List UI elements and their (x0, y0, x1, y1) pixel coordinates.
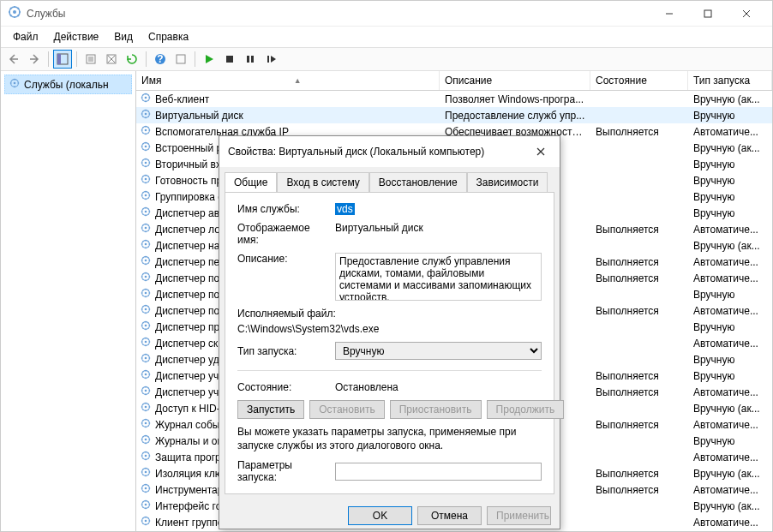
gear-icon (140, 401, 152, 415)
service-desc-cell: Позволяет Windows-програ... (440, 93, 590, 105)
svg-point-27 (145, 129, 147, 132)
refresh-button[interactable] (123, 50, 141, 69)
service-state-cell: Выполняется (590, 126, 688, 138)
service-state-cell: Выполняется (590, 272, 688, 284)
service-start-cell: Автоматиче... (688, 256, 772, 268)
gear-icon (140, 92, 152, 106)
menubar: Файл Действие Вид Справка (1, 27, 772, 47)
dialog-close-button[interactable] (530, 141, 551, 162)
svg-rect-3 (704, 10, 711, 17)
service-start-cell: Автоматиче... (688, 224, 772, 236)
service-start-cell: Вручную (ак... (688, 142, 772, 154)
value-service-name[interactable]: vds (335, 203, 355, 215)
table-row[interactable]: Виртуальный дискПредоставление служб упр… (136, 107, 772, 123)
maximize-button[interactable] (688, 1, 727, 27)
gear-icon (140, 189, 152, 204)
svg-point-35 (145, 194, 147, 197)
pause-service-button[interactable] (241, 50, 260, 69)
tree-root-services[interactable]: Службы (локальн (4, 75, 132, 94)
properties-button[interactable] (81, 50, 100, 69)
gear-icon (140, 157, 152, 171)
svg-point-59 (145, 390, 147, 392)
table-row[interactable]: Веб-клиентПозволяет Windows-програ...Вру… (136, 91, 772, 107)
header-startup[interactable]: Тип запуска (688, 71, 772, 90)
tab-general[interactable]: Общие (225, 172, 277, 192)
start-service-button[interactable] (200, 50, 219, 69)
service-start-cell: Вручную (ак... (688, 468, 772, 480)
tab-recovery[interactable]: Восстановление (369, 172, 467, 192)
svg-point-1 (13, 10, 16, 14)
restart-service-button[interactable] (261, 50, 280, 69)
tab-dependencies[interactable]: Зависимости (467, 172, 548, 192)
service-start-cell: Вручную (688, 321, 772, 333)
menu-help[interactable]: Справка (141, 28, 195, 45)
input-start-params[interactable] (335, 463, 542, 481)
service-state-cell: Выполняется (590, 419, 688, 431)
svg-point-29 (145, 146, 147, 148)
service-start-cell: Автоматиче... (688, 419, 772, 431)
window-title: Службы (27, 8, 650, 20)
about-button[interactable] (171, 50, 190, 69)
value-description[interactable] (335, 253, 542, 301)
gear-icon (140, 336, 152, 350)
gear-icon (140, 433, 152, 448)
svg-point-21 (14, 82, 16, 85)
close-button[interactable] (727, 1, 765, 27)
service-start-cell: Вручную (688, 207, 772, 219)
start-button[interactable]: Запустить (237, 400, 304, 419)
gear-icon (140, 482, 152, 497)
svg-rect-17 (247, 56, 249, 63)
gear-icon (140, 271, 152, 285)
gear-icon (140, 417, 152, 432)
service-name-cell: Веб-клиент (155, 93, 209, 105)
help-button[interactable]: ? (151, 50, 170, 69)
dialog-title: Свойства: Виртуальный диск (Локальный ко… (228, 146, 530, 158)
show-hide-tree-button[interactable] (53, 50, 72, 69)
titlebar: Службы (1, 1, 772, 27)
value-display-name: Виртуальный диск (335, 222, 542, 234)
svg-rect-16 (226, 56, 233, 63)
gear-icon (140, 124, 152, 139)
export-button[interactable] (102, 50, 121, 69)
service-start-cell: Вручную (ак... (688, 403, 772, 415)
service-start-cell: Автоматиче... (688, 126, 772, 138)
service-start-cell: Вручную (ак... (688, 240, 772, 252)
svg-point-51 (145, 325, 147, 327)
tree-pane: Службы (локальн (1, 71, 136, 531)
cancel-button[interactable]: Отмена (417, 506, 482, 525)
header-description[interactable]: Описание (440, 71, 590, 90)
svg-point-53 (145, 341, 147, 344)
gear-icon (140, 320, 152, 334)
header-state[interactable]: Состояние (590, 71, 688, 90)
forward-button[interactable] (25, 50, 44, 69)
service-start-cell: Вручную (688, 110, 772, 122)
menu-view[interactable]: Вид (107, 28, 140, 45)
menu-action[interactable]: Действие (47, 28, 106, 45)
service-start-cell: Вручную (ак... (688, 500, 772, 512)
header-name[interactable]: Имя▲ (136, 71, 440, 90)
svg-point-67 (145, 455, 147, 457)
svg-rect-18 (251, 56, 254, 63)
service-start-cell: Вручную (688, 289, 772, 301)
back-button[interactable] (4, 50, 23, 69)
menu-file[interactable]: Файл (6, 28, 45, 45)
gear-icon (140, 499, 152, 513)
gear-icon (140, 173, 152, 188)
stop-service-button[interactable] (220, 50, 239, 69)
svg-rect-7 (57, 54, 61, 64)
toolbar: ? (1, 47, 772, 71)
gear-icon (140, 352, 152, 367)
service-start-cell: Автоматиче... (688, 484, 772, 496)
minimize-button[interactable] (650, 1, 688, 27)
service-state-cell: Выполняется (590, 305, 688, 317)
services-icon (9, 77, 21, 92)
select-startup-type[interactable]: Вручную (335, 342, 542, 360)
service-name-cell: Виртуальный диск (155, 110, 243, 122)
ok-button[interactable]: OK (348, 506, 412, 525)
service-state-cell: Выполняется (590, 256, 688, 268)
service-state-cell: Выполняется (590, 386, 688, 398)
svg-point-71 (145, 487, 147, 490)
service-start-cell: Вручную (688, 354, 772, 366)
tab-logon[interactable]: Вход в систему (277, 172, 369, 192)
gear-icon (140, 450, 152, 464)
